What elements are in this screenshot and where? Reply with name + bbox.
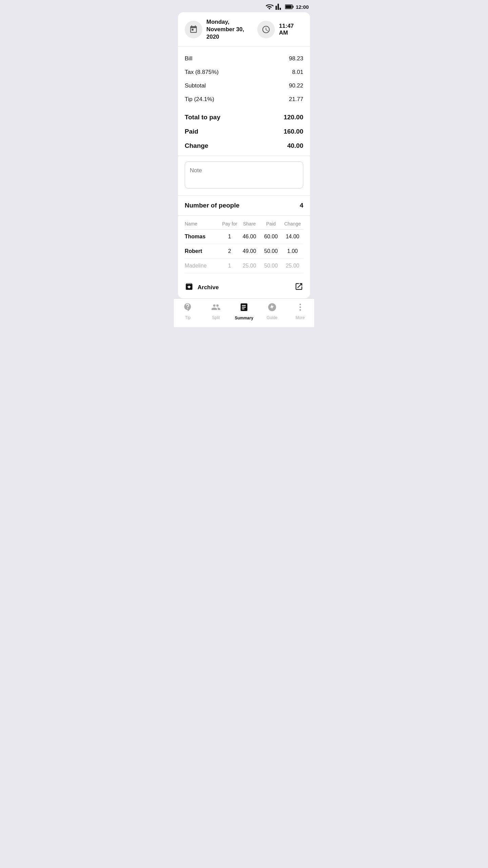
table-row: Robert 2 49.00 50.00 1.00 — [185, 244, 303, 259]
subtotal-label: Subtotal — [185, 82, 206, 89]
archive-icon[interactable] — [185, 282, 194, 293]
svg-rect-1 — [292, 6, 293, 8]
person-payfor: 2 — [221, 248, 239, 254]
svg-point-4 — [299, 307, 301, 308]
svg-point-3 — [299, 304, 301, 305]
share-icon[interactable] — [294, 282, 303, 293]
status-bar: 12:00 — [174, 0, 314, 12]
change-value: 40.00 — [287, 142, 303, 150]
nav-item-split[interactable]: Split — [202, 302, 230, 320]
tip-nav-label: Tip — [185, 315, 190, 320]
person-name: Thomas — [185, 234, 221, 240]
date-text: Monday,November 30, 2020 — [206, 18, 257, 41]
nav-item-guide[interactable]: Guide — [258, 302, 286, 320]
tip-value: 21.77 — [289, 96, 303, 103]
tip-nav-icon — [183, 302, 192, 314]
total-label: Total to pay — [185, 114, 220, 121]
table-row: Thomas 1 46.00 60.00 14.00 — [185, 230, 303, 244]
person-name: Madeline — [185, 263, 221, 269]
nav-item-summary[interactable]: Summary — [230, 302, 258, 320]
summary-nav-icon — [239, 302, 249, 314]
person-share: 49.00 — [239, 248, 260, 254]
date-time-row: Monday,November 30, 2020 11:47 AM — [178, 12, 310, 46]
person-change: 14.00 — [282, 234, 303, 240]
table-row: Madeline 1 25.00 50.00 25.00 — [185, 259, 303, 273]
people-table: Name Pay for Share Paid Change Thomas 1 … — [178, 216, 310, 276]
person-name: Robert — [185, 248, 221, 254]
change-row: Change 40.00 — [185, 139, 303, 153]
tip-row: Tip (24.1%) 21.77 — [185, 93, 303, 106]
total-value: 120.00 — [284, 114, 303, 121]
person-change: 1.00 — [282, 248, 303, 254]
battery-icon — [285, 4, 294, 9]
col-paid: Paid — [260, 221, 282, 226]
calendar-icon[interactable] — [185, 21, 202, 38]
table-header: Name Pay for Share Paid Change — [185, 221, 303, 230]
clock-icon[interactable] — [257, 21, 275, 38]
more-nav-label: More — [296, 315, 305, 320]
total-row: Total to pay 120.00 — [185, 110, 303, 124]
person-paid: 50.00 — [260, 248, 282, 254]
person-share: 46.00 — [239, 234, 260, 240]
people-section: Number of people 4 — [178, 196, 310, 216]
main-card: Monday,November 30, 2020 11:47 AM Bill 9… — [178, 12, 310, 298]
paid-label: Paid — [185, 128, 198, 135]
person-paid: 60.00 — [260, 234, 282, 240]
col-payfor: Pay for — [221, 221, 239, 226]
signal-icon — [275, 3, 283, 11]
person-paid: 50.00 — [260, 263, 282, 269]
person-change: 25.00 — [282, 263, 303, 269]
note-section — [178, 156, 310, 196]
time-text: 11:47 AM — [279, 23, 303, 36]
person-payfor: 1 — [221, 234, 239, 240]
note-input[interactable] — [185, 161, 303, 189]
change-label: Change — [185, 142, 208, 150]
bottom-nav: Tip Split Summary Guide — [174, 298, 314, 327]
person-payfor: 1 — [221, 263, 239, 269]
summary-nav-label: Summary — [235, 316, 253, 320]
time-section: 11:47 AM — [257, 21, 303, 38]
wifi-icon — [265, 3, 273, 11]
bill-label: Bill — [185, 55, 192, 62]
tip-label: Tip (24.1%) — [185, 96, 214, 103]
bill-row: Bill 98.23 — [185, 52, 303, 65]
paid-row: Paid 160.00 — [185, 124, 303, 139]
paid-value: 160.00 — [284, 128, 303, 135]
summary-section: Bill 98.23 Tax (8.875%) 8.01 Subtotal 90… — [178, 46, 310, 156]
people-label: Number of people — [185, 202, 240, 209]
split-nav-icon — [211, 302, 221, 314]
col-name: Name — [185, 221, 221, 226]
col-share: Share — [239, 221, 260, 226]
status-icons — [265, 3, 294, 11]
archive-label: Archive — [198, 284, 219, 291]
tax-label: Tax (8.875%) — [185, 69, 219, 76]
col-change: Change — [282, 221, 303, 226]
nav-item-tip[interactable]: Tip — [174, 302, 202, 320]
subtotal-row: Subtotal 90.22 — [185, 79, 303, 93]
guide-nav-icon — [267, 302, 277, 314]
split-nav-label: Split — [212, 315, 220, 320]
nav-item-more[interactable]: More — [286, 302, 314, 320]
svg-rect-2 — [285, 5, 291, 8]
more-nav-icon — [296, 302, 305, 314]
archive-left: Archive — [185, 282, 219, 293]
tax-value: 8.01 — [292, 69, 303, 76]
svg-point-5 — [299, 309, 301, 311]
tax-row: Tax (8.875%) 8.01 — [185, 65, 303, 79]
subtotal-value: 90.22 — [289, 82, 303, 89]
status-time: 12:00 — [296, 4, 309, 10]
people-count: 4 — [300, 202, 303, 209]
bill-value: 98.23 — [289, 55, 303, 62]
guide-nav-label: Guide — [267, 315, 278, 320]
person-share: 25.00 — [239, 263, 260, 269]
archive-row: Archive — [178, 276, 310, 298]
date-section: Monday,November 30, 2020 — [185, 18, 257, 41]
